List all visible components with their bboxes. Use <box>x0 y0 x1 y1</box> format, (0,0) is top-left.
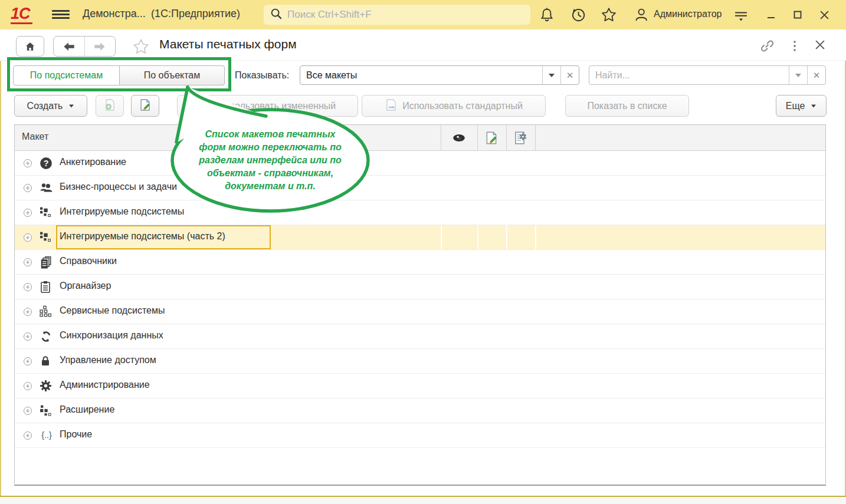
page-title: Макеты печатных форм <box>159 37 297 51</box>
person-doc-icon <box>199 98 214 114</box>
create-button-label: Создать <box>27 101 63 111</box>
table-row[interactable]: Администрирование <box>15 374 825 398</box>
history-icon[interactable] <box>570 6 586 23</box>
show-filter-dropdown-button[interactable] <box>542 66 560 84</box>
more-button[interactable]: Еще <box>776 95 827 117</box>
app-window: 1С Демонстра... (1С:Предприятие) Поиск C… <box>0 0 846 504</box>
table-row[interactable]: {..} Прочие <box>15 423 825 448</box>
table-row[interactable]: Бизнес-процессы и задачи <box>15 176 825 200</box>
doc-plus-icon <box>103 98 116 114</box>
row-label[interactable]: Анкетирование <box>60 157 126 167</box>
row-label[interactable]: Сервисные подсистемы <box>60 305 165 316</box>
nav-history-group <box>53 36 116 57</box>
expand-icon[interactable] <box>23 332 32 341</box>
user-name[interactable]: Администратор <box>654 9 722 19</box>
favorites-star-icon[interactable] <box>601 6 617 23</box>
row-label[interactable]: Расширение <box>60 404 114 415</box>
create-button[interactable]: Создать <box>14 95 87 117</box>
row-label[interactable]: Администрирование <box>60 380 150 390</box>
more-button-label: Еще <box>786 101 805 111</box>
table-row[interactable]: Расширение <box>15 398 825 423</box>
app-badge: (1С:Предприятие) <box>151 8 240 20</box>
gear-icon <box>40 380 53 393</box>
use-standard-button[interactable]: Использовать стандартный <box>362 95 546 117</box>
row-label[interactable]: Бизнес-процессы и задачи <box>60 182 177 192</box>
row-label[interactable]: Органайзер <box>60 281 111 291</box>
1c-logo[interactable]: 1С <box>11 5 32 24</box>
table-header[interactable]: Макет <box>15 125 825 151</box>
table-row[interactable]: Синхронизация данных <box>15 324 825 349</box>
app-title[interactable]: Демонстра... <box>83 8 146 20</box>
table-row[interactable]: ? Анкетирование <box>15 151 825 176</box>
expand-icon[interactable] <box>23 357 32 366</box>
expand-icon[interactable] <box>23 233 32 242</box>
template-table-body: ? Анкетирование Бизнес-процессы и задачи… <box>15 151 825 448</box>
pin-favorite-star-icon[interactable] <box>132 38 150 55</box>
view-icon[interactable] <box>452 131 466 145</box>
back-button[interactable] <box>54 37 84 56</box>
global-search-input[interactable]: Поиск Ctrl+Shift+F <box>264 5 530 25</box>
home-button[interactable] <box>16 36 44 57</box>
doc-pencil-icon <box>139 98 152 114</box>
maximize-button[interactable] <box>789 6 806 24</box>
top-bar: 1С Демонстра... (1С:Предприятие) Поиск C… <box>0 0 846 29</box>
row-label[interactable]: Справочники <box>60 256 117 266</box>
expand-icon[interactable] <box>23 258 32 267</box>
show-filter-clear-button[interactable]: ✕ <box>560 66 579 84</box>
find-clear-button[interactable]: ✕ <box>807 66 825 84</box>
minimize-button[interactable] <box>762 6 780 24</box>
expand-icon[interactable] <box>23 381 32 391</box>
column-header-maket[interactable]: Макет <box>22 131 48 142</box>
expand-icon[interactable] <box>23 282 32 292</box>
doc-arrow-icon <box>385 98 398 114</box>
table-row[interactable]: Интегрируемые подсистемы <box>15 200 825 225</box>
expand-icon[interactable] <box>23 208 32 218</box>
get-link-icon[interactable] <box>759 38 775 54</box>
row-label[interactable]: Управление доступом <box>60 355 156 365</box>
notifications-bell-icon[interactable] <box>539 6 555 23</box>
create-copy-button[interactable] <box>96 95 124 117</box>
subsystem-blocks-icon <box>40 231 53 244</box>
expand-icon[interactable] <box>23 183 32 193</box>
show-in-list-button[interactable]: Показать в списке <box>565 95 689 117</box>
more-menu-kebab-icon[interactable] <box>791 39 799 53</box>
find-combobox: Найти... ✕ <box>589 65 826 85</box>
expand-icon[interactable] <box>23 431 32 440</box>
edit-template-icon[interactable] <box>484 131 499 145</box>
show-filter-value[interactable]: Все макеты <box>300 66 542 84</box>
table-row[interactable]: Интегрируемые подсистемы (часть 2) <box>15 225 825 250</box>
form-header-row <box>0 29 846 61</box>
svg-text:?: ? <box>44 159 49 168</box>
use-standard-label: Использовать стандартный <box>402 101 523 111</box>
table-row[interactable]: Управление доступом <box>15 349 825 374</box>
row-label[interactable]: Интегрируемые подсистемы <box>60 206 184 217</box>
find-dropdown-button[interactable] <box>789 66 807 84</box>
table-row[interactable]: Органайзер <box>15 275 825 299</box>
table-row[interactable]: Сервисные подсистемы <box>15 299 825 324</box>
question-circle-icon: ? <box>40 157 53 170</box>
service-settings-icon[interactable] <box>733 6 749 23</box>
sync-icon <box>40 330 53 343</box>
lock-icon <box>40 355 53 368</box>
close-form-icon[interactable] <box>814 39 826 51</box>
row-label[interactable]: Синхронизация данных <box>60 330 163 341</box>
change-template-button[interactable] <box>131 95 159 117</box>
forward-button[interactable] <box>84 37 116 56</box>
row-label[interactable]: Прочие <box>60 429 92 440</box>
service-blocks-icon <box>40 305 53 318</box>
use-modified-button[interactable]: Использовать измененный <box>177 95 358 117</box>
template-settings-icon[interactable] <box>513 131 527 145</box>
table-row[interactable]: Справочники <box>15 250 825 275</box>
row-label[interactable]: Интегрируемые подсистемы (часть 2) <box>60 231 225 242</box>
expand-icon[interactable] <box>23 307 32 317</box>
find-input[interactable]: Найти... <box>589 66 789 84</box>
expand-icon[interactable] <box>23 159 32 168</box>
close-window-button[interactable] <box>815 6 833 24</box>
expand-icon[interactable] <box>23 406 32 416</box>
hamburger-menu-icon[interactable] <box>52 8 70 21</box>
organizer-icon <box>40 281 53 294</box>
show-in-list-label: Показать в списке <box>587 101 667 111</box>
tab-by-objects[interactable]: По объектам <box>120 65 225 85</box>
tab-by-subsystems[interactable]: По подсистемам <box>13 65 120 85</box>
user-icon[interactable] <box>632 6 649 23</box>
